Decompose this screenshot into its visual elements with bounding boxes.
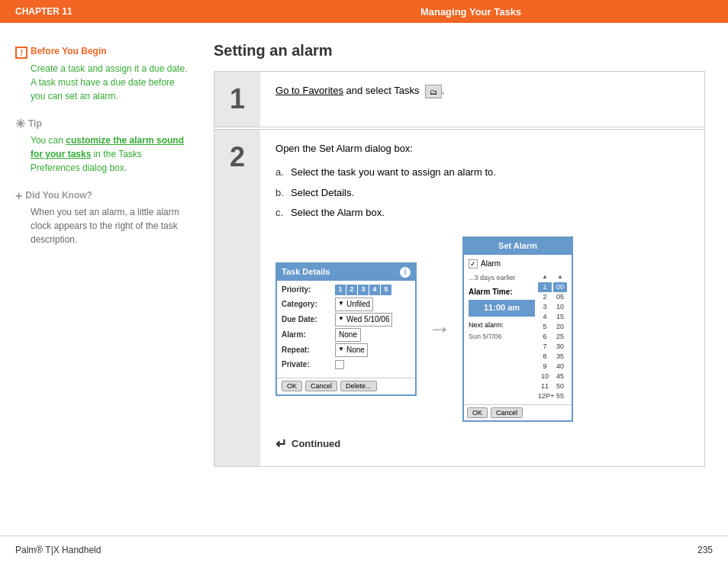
hours-item-7[interactable]: 7 [538,342,552,352]
task-details-body: Priority: 1 2 3 4 5 Category: [277,281,415,375]
chapter-label: CHAPTER 11 [15,6,229,17]
cancel-button[interactable]: Cancel [305,381,337,391]
step-1-number: 1 [214,72,260,127]
go-to-favorites-link[interactable]: Go to Favorites [275,85,343,96]
repeat-row: Repeat: ▼ None [282,343,411,357]
sub-b-text: Select Details. [291,185,354,201]
sub-a-label: a. [275,165,286,181]
minutes-item-20[interactable]: 20 [553,322,567,332]
hours-item-5[interactable]: 5 [538,322,552,332]
minutes-item-50[interactable]: 50 [553,381,567,391]
sub-c-text: Select the Alarm box. [291,205,385,221]
delete-button[interactable]: Delete... [340,381,377,391]
dropdown-arrow3: ▼ [338,345,344,355]
minutes-up-arrow[interactable]: ▲ [553,272,567,282]
hours-item-4[interactable]: 4 [538,312,552,322]
minutes-item-55[interactable]: 55 [553,391,567,401]
priority-1[interactable]: 1 [335,285,346,295]
hours-up-arrow[interactable]: ▲ [538,272,552,282]
plus-icon: + [15,190,22,202]
hours-item-11[interactable]: 11 [538,381,552,391]
tip-body: You can customize the alarm sound for yo… [15,134,191,175]
private-row: Private: [282,359,411,371]
step-2-sub-items: a. Select the task you want to assign an… [275,165,689,221]
priority-boxes: 1 2 3 4 5 [335,285,391,295]
section-title: Setting an alarm [214,42,705,60]
step-2-box: 2 Open the Set Alarm dialog box: a. Sele… [214,129,705,467]
private-label: Private: [282,359,335,371]
minutes-item-15[interactable]: 15 [553,312,567,322]
alarm-left-col: ...3 days earlier Alarm Time: 11:00 am N… [469,272,535,401]
asterisk-icon: ✳ [15,118,25,130]
task-details-dialog: Task Details i Priority: 1 2 3 4 [275,262,417,396]
continued-icon: ↵ [275,433,287,455]
hours-item-9[interactable]: 9 [538,362,552,372]
before-you-begin-title: Before You Begin [31,46,107,56]
alarm-columns: ...3 days earlier Alarm Time: 11:00 am N… [469,272,567,401]
step-2-sub-b: b. Select Details. [275,185,689,201]
set-alarm-dialog: Set Alarm ✓ Alarm ...3 days earlier Alar… [462,236,573,421]
priority-3[interactable]: 3 [358,285,369,295]
hours-item-8[interactable]: 8 [538,352,552,362]
did-you-know-body: When you set an alarm, a little alarm cl… [15,205,191,246]
tip-title: Tip [28,118,42,129]
footer-brand: Palm® T|X Handheld [15,545,101,555]
info-icon: i [400,267,411,278]
dropdown-arrow: ▼ [338,299,344,309]
page-footer: Palm® T|X Handheld 235 [0,536,728,563]
category-dropdown[interactable]: ▼ Unfiled [335,298,373,311]
alarm-right-col: ▲ 1 2 3 4 5 6 7 8 [538,272,567,401]
repeat-dropdown[interactable]: ▼ None [335,343,368,357]
before-you-begin-body: Create a task and assign it a due date. … [15,62,191,103]
minutes-item-45[interactable]: 45 [553,372,567,381]
priority-label: Priority: [282,284,335,296]
sub-b-label: b. [275,185,286,201]
sidebar-tip: ✳ Tip You can customize the alarm sound … [15,118,191,175]
hours-item-12p[interactable]: 12P+ [538,391,552,401]
alarm-check-row: ✓ Alarm [469,258,567,270]
hours-item-6[interactable]: 6 [538,332,552,342]
ok-button[interactable]: OK [282,381,302,391]
exclaim-icon: ! [15,47,27,59]
set-alarm-ok[interactable]: OK [467,407,488,418]
sidebar-did-you-know: + Did You Know? When you set an alarm, a… [15,190,191,246]
hours-item-2[interactable]: 2 [538,292,552,302]
tip-prefix: You can [31,135,66,146]
chapter-title: Managing Your Tasks [229,6,713,18]
category-row: Category: ▼ Unfiled [282,298,411,311]
minutes-item-00[interactable]: 00 [553,282,567,292]
priority-5[interactable]: 5 [381,285,391,295]
minutes-item-40[interactable]: 40 [553,362,567,372]
hours-item-10[interactable]: 10 [538,372,552,381]
step-1-text-suffix: and select Tasks [346,85,420,96]
next-alarm-label: Next alarm: [469,320,535,330]
task-details-title: Task Details [282,265,330,279]
category-value: Unfiled [346,298,370,310]
set-alarm-cancel[interactable]: Cancel [491,407,523,418]
alarm-scroll: ▲ 1 2 3 4 5 6 7 8 [538,272,567,401]
priority-4[interactable]: 4 [369,285,380,295]
minutes-item-35[interactable]: 35 [553,352,567,362]
step-2-number: 2 [214,130,260,466]
due-date-row: Due Date: ▼ Wed 5/10/06 [282,313,411,327]
hours-item-3[interactable]: 3 [538,302,552,312]
page-number: 235 [697,545,713,555]
alarm-check-label: Alarm [481,258,501,270]
tasks-icon: 🗂 [425,85,442,98]
hours-item-1[interactable]: 1 [538,282,552,292]
alarm-checkbox[interactable]: ✓ [469,259,478,269]
continued-row: ↵ Continued [275,433,689,455]
due-date-dropdown[interactable]: ▼ Wed 5/10/06 [335,313,392,327]
private-checkbox[interactable] [335,360,344,369]
minutes-item-10[interactable]: 10 [553,302,567,312]
right-arrow: → [428,310,451,347]
step-1-content: Go to Favorites and select Tasks 🗂. [260,72,704,127]
minutes-item-05[interactable]: 05 [553,292,567,302]
due-date-value: Wed 5/10/06 [346,314,390,326]
minutes-item-25[interactable]: 25 [553,332,567,342]
did-you-know-title: Did You Know? [25,190,92,201]
repeat-label: Repeat: [282,344,335,356]
step-2-sub-c: c. Select the Alarm box. [275,205,689,221]
minutes-item-30[interactable]: 30 [553,342,567,352]
priority-2[interactable]: 2 [346,285,357,295]
